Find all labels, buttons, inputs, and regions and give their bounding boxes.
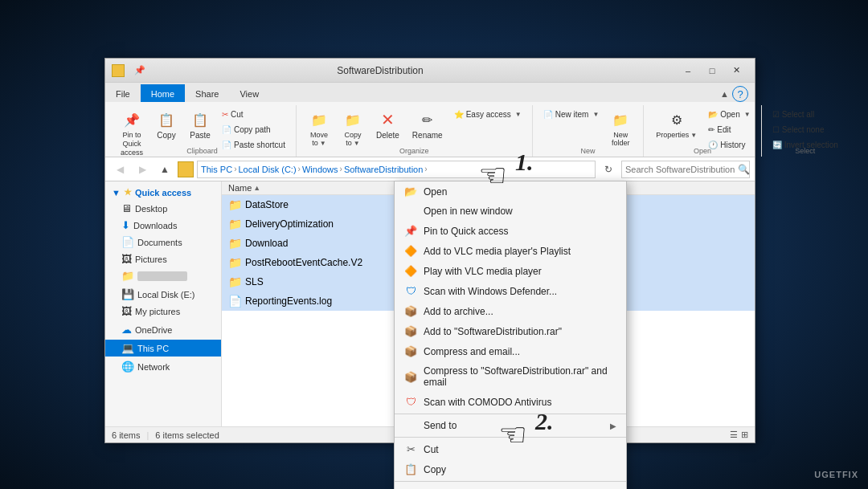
folder-icon-download: 📁 <box>228 237 242 250</box>
watermark: UGETFIX <box>814 470 858 479</box>
ribbon-content: 📌 Pin to Quick access 📋 Copy 📋 Paste ✂ <box>105 102 755 157</box>
tab-share[interactable]: Share <box>185 84 229 102</box>
ribbon-group-open: ⚙ Properties▼ 📂 Open ▼ ✏ Edit <box>644 105 761 157</box>
ctx-vlc-play-icon: 🔶 <box>404 265 417 277</box>
quick-access-section: ▼ ★ Quick access 🖥 Desktop ⬇ Downloads 📄… <box>105 185 221 284</box>
ctx-add-rar[interactable]: 📦 Add to "SoftwareDistribution.rar" <box>395 321 626 341</box>
refresh-button[interactable]: ↻ <box>599 161 618 178</box>
ctx-vlc-playlist[interactable]: 🔶 Add to VLC media player's Playlist <box>395 241 626 261</box>
ctx-rar-icon: 📦 <box>404 325 417 337</box>
history-button[interactable]: 🕐 History <box>704 137 754 152</box>
open-small-icon: 📂 <box>708 110 718 119</box>
ribbon-group-clipboard: 📌 Pin to Quick access 📋 Copy 📋 Paste ✂ <box>108 105 297 157</box>
ctx-pin-quick-access[interactable]: 📌 Pin to Quick access <box>395 221 626 241</box>
copy-icon: 📋 <box>157 110 176 129</box>
sidebar-item-blurred[interactable]: 📁 ████████ <box>105 267 221 284</box>
breadcrumb-windows[interactable]: Windows <box>302 165 338 174</box>
title-bar: 📌 SoftwareDistribution – □ ✕ <box>105 59 755 83</box>
ribbon-collapse-icon[interactable]: ▲ <box>720 89 729 99</box>
sidebar-item-onedrive[interactable]: ☁ OneDrive <box>105 321 221 338</box>
ctx-scan-defender[interactable]: 🛡 Scan with Windows Defender... <box>395 281 626 301</box>
sidebar-item-desktop[interactable]: 🖥 Desktop <box>105 200 221 217</box>
file-name-download: Download <box>245 238 288 249</box>
new-folder-button[interactable]: 📁 Newfolder <box>604 107 637 150</box>
folder-icon-deliveryoptimization: 📁 <box>228 218 242 230</box>
ctx-sep-2 <box>395 437 626 438</box>
ctx-open[interactable]: 📂 Open <box>395 181 626 202</box>
organize-small-btns: ⭐ Easy access ▼ <box>450 107 526 121</box>
thispc-icon: 💻 <box>121 342 134 354</box>
new-item-button[interactable]: 📄 New item ▼ <box>539 107 604 121</box>
pictures-icon: 🖼 <box>121 253 132 265</box>
new-label: New <box>581 147 596 155</box>
rename-icon: ✏ <box>418 110 437 129</box>
ctx-compress-rar-email[interactable]: 📦 Compress to "SoftwareDistribution.rar"… <box>395 361 626 392</box>
ctx-copy-icon: 📋 <box>404 463 417 475</box>
pin-to-quick-access-button[interactable]: 📌 Pin to Quick access <box>115 107 149 160</box>
properties-button[interactable]: ⚙ Properties▼ <box>650 107 702 142</box>
ribbon-help-icon[interactable]: ? <box>732 86 748 102</box>
grid-view-icon[interactable]: ⊞ <box>741 430 748 440</box>
close-button[interactable]: ✕ <box>724 63 748 79</box>
sidebar-item-my-pictures[interactable]: 🖼 My pictures <box>105 303 221 320</box>
desktop-icon: 🖥 <box>121 202 132 214</box>
easy-access-icon: ⭐ <box>454 110 464 119</box>
sidebar-item-documents[interactable]: 📄 Documents <box>105 234 221 251</box>
ctx-send-to[interactable]: Send to ▶ <box>395 416 626 435</box>
select-all-button[interactable]: ☑ Select all <box>768 107 842 121</box>
ctx-cut[interactable]: ✂ Cut <box>395 439 626 459</box>
ctx-compress-email[interactable]: 📦 Compress and email... <box>395 341 626 361</box>
rename-button[interactable]: ✏ Rename <box>407 107 448 143</box>
ctx-create-shortcut[interactable]: Create shortcut <box>395 483 626 489</box>
tab-file[interactable]: File <box>105 84 141 102</box>
file-name-reportingevents: ReportingEvents.log <box>245 295 332 307</box>
ctx-vlc-play[interactable]: 🔶 Play with VLC media player <box>395 261 626 281</box>
copy-path-icon: 📄 <box>222 125 231 134</box>
move-to-button[interactable]: 📁 Moveto▼ <box>303 107 335 150</box>
quick-access-expand-icon: ▼ <box>112 188 121 198</box>
folder-icon: 📁 <box>611 110 630 129</box>
ctx-send-arrow: ▶ <box>610 422 616 430</box>
copy-path-button[interactable]: 📄 Copy path <box>218 122 289 137</box>
sidebar-item-pictures[interactable]: 🖼 Pictures <box>105 251 221 267</box>
context-menu: 📂 Open Open in new window 📌 Pin to Quick… <box>394 181 627 489</box>
paste-icon: 📋 <box>190 110 210 129</box>
list-view-icon[interactable]: ☰ <box>730 430 738 440</box>
copy-to-button[interactable]: 📁 Copyto▼ <box>337 107 369 150</box>
minimize-button[interactable]: – <box>676 63 700 79</box>
select-none-button[interactable]: ☐ Select none <box>768 122 842 137</box>
open-small-button[interactable]: 📂 Open ▼ <box>704 107 754 121</box>
search-input[interactable] <box>625 165 736 174</box>
folder-icon-sls: 📁 <box>228 275 242 288</box>
ctx-sep-1 <box>395 414 626 414</box>
easy-access-button[interactable]: ⭐ Easy access ▼ <box>450 107 526 121</box>
select-none-icon: ☐ <box>772 125 780 134</box>
paste-button[interactable]: 📋 Paste <box>184 107 216 143</box>
breadcrumb-softwaredistribution[interactable]: SoftwareDistribution <box>344 165 423 174</box>
tab-home[interactable]: Home <box>141 84 185 102</box>
cut-icon: ✂ <box>222 110 228 119</box>
cut-button[interactable]: ✂ Cut <box>218 107 289 121</box>
ctx-copy[interactable]: 📋 Copy <box>395 459 626 479</box>
delete-button[interactable]: ✕ Delete <box>371 107 405 143</box>
edit-button[interactable]: ✏ Edit <box>704 122 754 137</box>
open-label: Open <box>694 147 711 155</box>
paste-shortcut-icon: 📄 <box>222 141 231 149</box>
file-name-sls: SLS <box>245 276 264 287</box>
quick-access-label: Quick access <box>135 188 191 198</box>
delete-icon: ✕ <box>378 110 397 129</box>
copy-button[interactable]: 📋 Copy <box>150 107 182 143</box>
blurred-icon: 📁 <box>121 270 134 282</box>
sidebar-quick-access-header[interactable]: ▼ ★ Quick access <box>105 185 221 200</box>
status-items-selected: 6 items selected <box>155 430 219 440</box>
tab-view[interactable]: View <box>229 84 269 102</box>
maximize-button[interactable]: □ <box>700 63 724 79</box>
sidebar-item-network[interactable]: 🌐 Network <box>105 358 221 375</box>
ctx-add-archive[interactable]: 📦 Add to archive... <box>395 301 626 321</box>
paste-shortcut-button[interactable]: 📄 Paste shortcut <box>218 137 289 152</box>
ctx-open-new-window[interactable]: Open in new window <box>395 202 626 221</box>
sidebar-item-local-disk-e[interactable]: 💾 Local Disk (E:) <box>105 286 221 303</box>
ctx-scan-comodo[interactable]: 🛡 Scan with COMODO Antivirus <box>395 392 626 412</box>
sidebar-item-thispc[interactable]: 💻 This PC <box>105 340 221 357</box>
sidebar-item-downloads[interactable]: ⬇ Downloads <box>105 217 221 234</box>
